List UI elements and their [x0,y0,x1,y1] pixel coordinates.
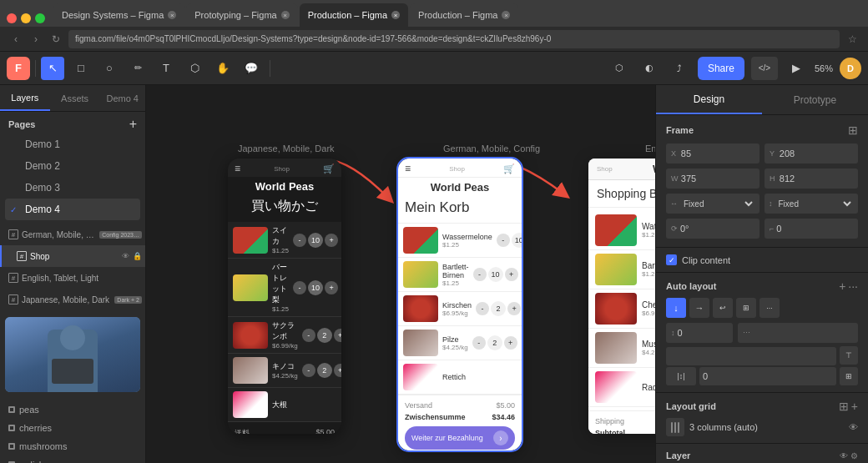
expand-btn[interactable]: ⊞ [848,123,858,137]
page-demo1[interactable]: Demo 1 [5,133,140,155]
comp-icon [8,406,15,413]
al-direction-right[interactable]: → [689,298,709,318]
rotation-input[interactable] [680,224,754,234]
text-tool[interactable]: T [154,57,178,80]
al-gap-v[interactable] [678,328,729,338]
tab-prototype[interactable]: Prototype [762,85,868,114]
tl-green[interactable] [35,13,45,23]
page-demo4[interactable]: ✓Demo 4 [5,199,140,220]
corner-input[interactable] [776,224,853,234]
move-tool[interactable]: ↖ [41,57,64,80]
al-align-start[interactable]: ⊤ [840,346,858,365]
component-list: peas cherries mushrooms radish kale [0,399,145,463]
refresh-btn[interactable]: ↻ [48,32,63,47]
comp-mushrooms[interactable]: mushrooms [5,437,140,455]
sidebar-tabs: Layers Assets Demo 4 [0,85,145,112]
figma-logo[interactable]: F [7,57,30,80]
share-icon[interactable]: ⤴ [668,57,691,80]
product-row-jp-3: サクランボ $6.99/kg - 2 + [228,317,341,354]
tab-assets[interactable]: Assets [50,85,100,111]
h-input[interactable] [780,174,853,184]
toolbar-sep [35,60,36,77]
al-wrap-btn[interactable]: ↩ [713,298,733,318]
label-german: German, Mobile, Config [443,143,540,153]
tab-1[interactable]: Design Systems – Figma × [53,3,184,27]
checkout-btn-de[interactable]: Weiter zur Bezahlung › [405,426,515,450]
layer-german-mobile[interactable]: # German, Mobile, Con… Config 2023… [0,224,145,245]
al-grid-btn[interactable]: ⊞ [736,298,756,318]
tab-close-3[interactable]: × [391,11,400,19]
tab-3[interactable]: Production – Figma × [300,3,408,27]
grid-eye-icon[interactable]: 👁 [849,422,858,432]
x-input[interactable] [681,148,754,159]
add-page-btn[interactable]: + [129,117,137,132]
pen-tool[interactable]: ✏ [126,57,149,80]
page-demo2[interactable]: Demo 2 [5,155,140,177]
layer-eye-icon[interactable]: 👁 [840,451,848,460]
product-row-de-1: Wassermelone $1.25 - 10 + [398,224,522,258]
forward-btn[interactable]: › [28,32,43,47]
shop-label-de: Shop [411,165,503,173]
clip-checkbox[interactable]: ✓ [666,254,677,265]
product-row-jp-2: バートレット梨 $1.25 - 10 + [228,259,341,317]
layer-japanese-mobile[interactable]: # Japanese, Mobile, Dark Dark + 2 [0,289,145,310]
al-align-center[interactable]: ⊞ [840,367,858,385]
browser-chrome: Design Systems – Figma × Prototyping – F… [0,0,868,52]
phone-japanese-dark[interactable]: ≡ Shop 🛒 World Peas 買い物かご スイカ $1.25 - 10 [228,159,341,434]
hand-tool[interactable]: ✋ [211,57,235,80]
comp-cherries[interactable]: cherries [5,419,140,437]
comp-icon2 [8,425,15,431]
layer-options-btn[interactable]: ⚙ [850,451,858,460]
component-icon[interactable]: ⬡ [608,57,631,80]
tab-layers[interactable]: Layers [0,85,50,111]
tab-close-4[interactable]: × [502,11,510,19]
comp-peas[interactable]: peas [5,400,140,419]
product-row-de-4: Pilze $4.25/kg - 2 + [398,326,522,360]
al-more-btn[interactable]: ··· [848,279,858,293]
code-view-btn[interactable]: </> [751,57,778,80]
left-sidebar: Layers Assets Demo 4 Pages + Demo 1 Demo… [0,85,146,463]
page-demo3[interactable]: Demo 3 [5,177,140,199]
frame-tool[interactable]: □ [69,57,93,80]
bookmark-btn[interactable]: ☆ [845,32,860,47]
al-padding-h[interactable] [703,371,833,381]
back-btn[interactable]: ‹ [8,32,23,47]
frame-icon: # [8,229,18,239]
phone-german-light[interactable]: ≡ Shop 🛒 World Peas Mein Korb Wassermelo… [398,159,522,450]
grid-preview[interactable] [666,418,684,436]
component-tool[interactable]: ⬡ [183,57,206,80]
comment-tool[interactable]: 💬 [240,57,263,80]
tab-design[interactable]: Design [656,85,762,114]
y-input[interactable] [780,148,853,159]
lock-icon[interactable]: 🔒 [133,252,142,260]
preview-icon[interactable]: ◐ [638,57,661,80]
tl-yellow[interactable] [21,13,31,23]
play-btn[interactable]: ▶ [785,57,808,80]
comp-icon3 [8,443,15,450]
layer-shop[interactable]: # Shop 👁 🔒 [0,245,145,267]
share-button[interactable]: Share [698,57,744,80]
al-direction-down[interactable]: ↓ [666,298,686,318]
url-input[interactable] [68,30,840,48]
tab-2[interactable]: Prototyping – Figma × [186,3,297,27]
canvas[interactable]: Japanese, Mobile, Dark German, Mobile, C… [146,85,655,463]
grid-more-btn[interactable]: + [851,400,858,413]
shape-tool[interactable]: ○ [98,57,121,80]
tab-close-2[interactable]: × [281,11,290,19]
constraint-w[interactable]: FixedHugFill [680,199,755,209]
layer-section: Layer 👁 ⚙ Pass throughNormalMultiply % [656,444,868,463]
zoom-level: 56% [815,63,833,73]
tab-close-1[interactable]: × [168,11,176,19]
w-input[interactable] [681,174,754,184]
eye-icon[interactable]: 👁 [122,252,129,260]
tl-red[interactable] [7,13,17,23]
constraint-h[interactable]: FixedHugFill [775,199,855,209]
layer-english-tablet[interactable]: # English, Tablet, Light [0,267,145,289]
grid-label: Layout grid [666,401,716,411]
tab-4[interactable]: Production – Figma × [410,3,518,27]
al-more2-btn[interactable]: ··· [760,298,780,318]
grid-add-btn[interactable]: ⊞ [839,400,849,413]
al-padding-top[interactable] [669,351,833,361]
comp-radish[interactable]: radish [5,455,140,463]
al-add-btn[interactable]: + [839,279,845,293]
